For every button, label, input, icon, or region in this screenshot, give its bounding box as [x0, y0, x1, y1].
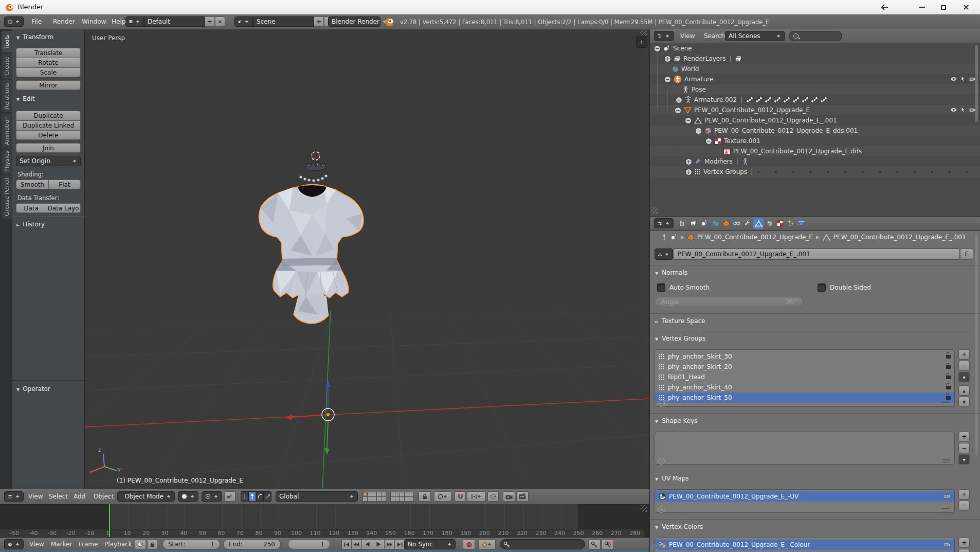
collapse-icon[interactable] — [654, 45, 661, 52]
area-resize-corner[interactable] — [651, 544, 658, 550]
tab-constraints[interactable] — [732, 218, 742, 229]
area-resize-corner[interactable] — [651, 207, 658, 214]
tab-physics[interactable]: Physics — [2, 149, 12, 174]
lock-icon[interactable] — [946, 396, 951, 400]
expand-icon[interactable] — [685, 158, 692, 165]
vertex-group-item[interactable]: Bip01_Head — [655, 372, 954, 382]
outliner-row-vertex-groups[interactable]: Vertex Groups | • • • • • • • • • • • • … — [650, 167, 980, 177]
panel-vertex-groups-header[interactable]: Vertex Groups — [655, 335, 705, 342]
shape-key-specials-button[interactable] — [958, 454, 970, 465]
shade-flat-button[interactable]: Flat — [48, 180, 81, 189]
expand-icon[interactable] — [676, 97, 682, 103]
tab-physics[interactable] — [796, 218, 807, 229]
mirror-button[interactable]: Mirror — [16, 80, 81, 90]
vertex-group-item-selected[interactable]: phy_anchor_Skirt_50 — [655, 393, 954, 403]
scale-button[interactable]: Scale — [16, 67, 81, 77]
list-resize-grip[interactable] — [942, 508, 950, 511]
lock-icon[interactable] — [946, 386, 951, 389]
delete-screen-layout-button[interactable] — [215, 16, 225, 27]
move-vertex-group-down-button[interactable] — [958, 397, 970, 407]
tab-object[interactable] — [721, 218, 731, 229]
remove-shape-key-button[interactable] — [958, 443, 970, 453]
transform-orientation-dropdown[interactable]: Global — [276, 491, 358, 502]
editor-type-3dview-dropdown[interactable] — [4, 491, 24, 502]
outliner-row-world[interactable]: World — [650, 64, 980, 74]
list-resize-grip[interactable] — [942, 402, 950, 405]
area-resize-corner[interactable] — [641, 505, 647, 512]
move-vertex-group-up-button[interactable] — [958, 385, 970, 396]
mode-dropdown[interactable]: Object Mode — [117, 491, 175, 502]
panel-normals-header[interactable]: Normals — [655, 269, 687, 276]
play-button[interactable] — [373, 539, 385, 549]
viewport-canvas[interactable] — [85, 29, 649, 489]
maximize-button[interactable] — [935, 2, 952, 13]
auto-smooth-angle-slider[interactable]: Angle:30° — [655, 297, 804, 307]
dress-model[interactable] — [259, 162, 364, 324]
lock-icon[interactable] — [946, 376, 951, 379]
next-keyframe-button[interactable] — [385, 539, 395, 549]
vertex-group-item[interactable]: phy_anchor_Skirt_40 — [655, 382, 954, 393]
insert-keyframe-button[interactable] — [588, 539, 601, 549]
panel-texture-space-header[interactable]: Texture Space — [655, 317, 705, 325]
tab-grease-pencil[interactable]: Grease Pencil — [2, 175, 12, 219]
snap-target-button[interactable] — [487, 491, 499, 502]
scene-icon[interactable] — [670, 234, 678, 240]
outliner-row-armature[interactable]: Armature — [664, 74, 713, 84]
viewport-3d[interactable]: User Persp (1) PEW_00_Contribute_0012_Up… — [85, 29, 649, 489]
vertex-group-item[interactable]: phy_anchor_Skirt_20 — [655, 362, 954, 372]
tab-scene[interactable] — [699, 218, 710, 229]
double-sided-checkbox[interactable] — [818, 283, 826, 292]
tab-particles[interactable] — [786, 218, 796, 229]
expand-icon[interactable] — [685, 169, 692, 175]
duplicate-linked-button[interactable]: Duplicate Linked — [16, 120, 81, 130]
end-frame-field[interactable]: End:250 — [223, 539, 281, 549]
viewport-menu-add[interactable]: Add — [70, 493, 89, 500]
add-vertex-color-button[interactable] — [958, 538, 970, 548]
lock-frame-range-button[interactable] — [147, 539, 157, 549]
outliner-row-mesh-object[interactable]: PEW_00_Contribute_0012_Upgrade_E — [650, 105, 980, 115]
previous-keyframe-button[interactable] — [352, 539, 362, 549]
panel-shape-keys-header[interactable]: Shape Keys — [655, 417, 698, 424]
panel-uv-maps-header[interactable]: UV Maps — [655, 475, 689, 482]
tab-render[interactable] — [678, 218, 688, 229]
collapse-icon[interactable] — [675, 107, 681, 114]
outliner-row-material[interactable]: PEW_00_Contribute_0012_Upgrade_E_dds.001 — [650, 126, 980, 136]
lock-icon[interactable] — [946, 365, 951, 369]
uv-render-camera-icon[interactable] — [943, 493, 951, 500]
outliner-row-armature-data[interactable]: Armature.002 | — [676, 95, 829, 105]
tab-render-layers[interactable] — [688, 218, 699, 229]
list-resize-grip[interactable] — [942, 459, 950, 463]
pivot-point-dropdown[interactable] — [202, 491, 222, 502]
screen-layout-name[interactable]: Default — [144, 16, 205, 27]
rotate-manipulator-button[interactable] — [256, 491, 264, 502]
data-layout-button[interactable]: Data Layo — [46, 203, 81, 213]
timeline-menu-view[interactable]: View — [26, 541, 47, 548]
expand-icon[interactable] — [664, 56, 671, 62]
join-button[interactable]: Join — [16, 143, 81, 153]
jump-to-end-button[interactable] — [395, 539, 405, 549]
area-resize-corner[interactable] — [640, 29, 647, 35]
tab-object-data[interactable] — [753, 218, 764, 229]
outliner-row-image[interactable]: PEW_00_Contribute_0012_Upgrade_E.dds — [650, 146, 980, 156]
tab-texture[interactable] — [775, 218, 785, 229]
menu-file[interactable]: File — [28, 18, 45, 25]
panel-transform-header[interactable]: Transform — [16, 33, 53, 41]
tab-modifiers[interactable] — [742, 218, 753, 229]
delete-button[interactable]: Delete — [16, 130, 81, 140]
data-button[interactable]: Data — [16, 203, 46, 213]
collapse-icon[interactable] — [695, 128, 702, 134]
auto-smooth-checkbox[interactable] — [657, 283, 665, 292]
vcol-render-camera-icon[interactable] — [943, 541, 951, 548]
outliner-menu-search[interactable]: Search — [700, 32, 729, 40]
add-scene-button[interactable] — [314, 16, 324, 27]
back-arrow-icon[interactable] — [880, 4, 888, 11]
layers-grid-1[interactable] — [363, 492, 386, 502]
remove-vertex-color-button[interactable] — [958, 549, 970, 552]
outliner-row-modifiers[interactable]: Modifiers | — [685, 156, 749, 167]
render-opengl-image-button[interactable] — [503, 491, 515, 502]
layers-grid-2[interactable] — [391, 492, 414, 502]
tab-material[interactable] — [764, 218, 774, 229]
menu-render[interactable]: Render — [49, 18, 79, 25]
av-sync-dropdown[interactable]: No Sync — [404, 539, 456, 549]
selectability-cursor-icon[interactable] — [960, 106, 966, 113]
